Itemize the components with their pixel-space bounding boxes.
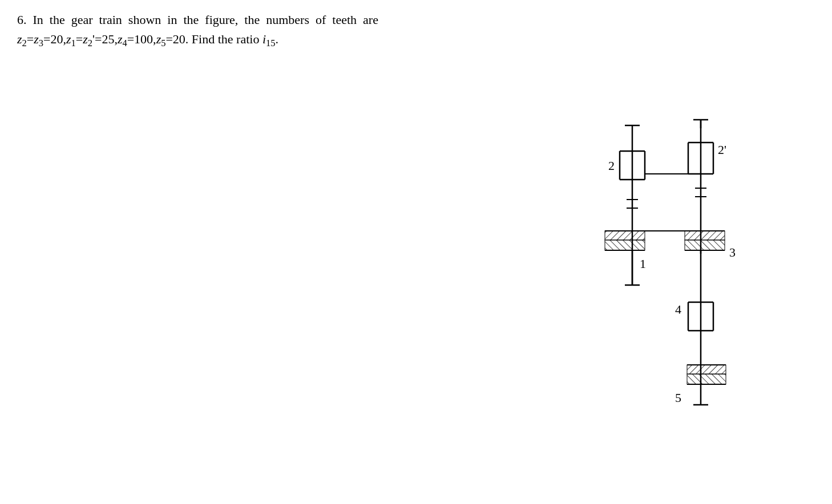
gear2-label: 2: [608, 158, 615, 173]
svg-rect-25: [685, 231, 725, 240]
svg-rect-35: [687, 365, 726, 374]
gear2prime-label: 2': [718, 143, 726, 157]
problem-text: 6. In the gear train shown in the figure…: [17, 10, 815, 51]
problem-line1: 6. In the gear train shown in the figure…: [17, 10, 815, 30]
svg-rect-21: [605, 240, 645, 250]
gear1-label: 1: [640, 257, 646, 271]
svg-rect-27: [685, 240, 725, 250]
gear3-label: 3: [729, 245, 736, 259]
svg-rect-19: [605, 231, 645, 240]
gear5-label: 5: [675, 391, 681, 405]
svg-rect-37: [687, 374, 726, 384]
gear4-label: 4: [675, 302, 681, 316]
problem-line2: z2=z3=20,z1=z2'=25,z4=100,z5=20. Find th…: [17, 30, 815, 51]
gear-train-diagram: 2 2' 1: [558, 86, 775, 428]
